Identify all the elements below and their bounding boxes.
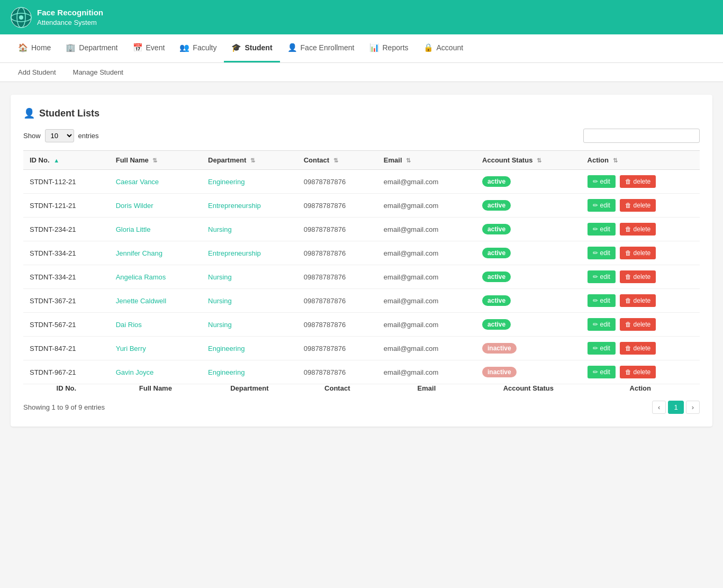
delete-button[interactable]: 🗑 delete — [620, 270, 656, 283]
nav-department[interactable]: 🏢 Department — [58, 34, 125, 62]
status-badge: active — [482, 248, 511, 258]
section-title: 👤 Student Lists — [23, 107, 700, 119]
table-controls: Show 10 25 50 entries — [23, 129, 700, 143]
nav-faculty[interactable]: 👥 Faculty — [172, 34, 224, 62]
edit-button[interactable]: ✏ edit — [588, 247, 616, 259]
student-table: ID No. ▲ Full Name ⇅ Department ⇅ Contac… — [23, 150, 700, 392]
cell-action: ✏ edit 🗑 delete — [581, 337, 700, 360]
table-row: STDNT-847-21 Yuri Berry Engineering 0987… — [23, 337, 700, 360]
col-action[interactable]: Action ⇅ — [581, 151, 700, 170]
edit-icon: ✏ — [593, 225, 598, 233]
status-badge: active — [482, 176, 511, 187]
cell-status: active — [476, 289, 581, 313]
cell-id: STDNT-967-21 — [23, 360, 110, 384]
edit-button[interactable]: ✏ edit — [588, 318, 616, 331]
delete-button[interactable]: 🗑 delete — [620, 175, 656, 188]
cell-action: ✏ edit 🗑 delete — [581, 241, 700, 265]
delete-button[interactable]: 🗑 delete — [620, 247, 656, 259]
status-badge: active — [482, 200, 511, 211]
cell-contact: 09878787876 — [297, 170, 377, 194]
student-icon: 🎓 — [231, 43, 241, 52]
edit-button[interactable]: ✏ edit — [588, 366, 616, 378]
table-row: STDNT-367-21 Jenette Caldwell Nursing 09… — [23, 289, 700, 313]
edit-button[interactable]: ✏ edit — [588, 223, 616, 236]
delete-button[interactable]: 🗑 delete — [620, 294, 656, 307]
edit-button[interactable]: ✏ edit — [588, 342, 616, 355]
cell-dept: Nursing — [202, 289, 297, 313]
page-1-button[interactable]: 1 — [668, 401, 683, 414]
cell-status: inactive — [476, 360, 581, 384]
delete-button[interactable]: 🗑 delete — [620, 199, 656, 212]
delete-button[interactable]: 🗑 delete — [620, 342, 656, 355]
cell-dept: Engineering — [202, 170, 297, 194]
search-input[interactable] — [583, 129, 700, 143]
footer-col-status: Account Status — [476, 384, 581, 393]
col-contact[interactable]: Contact ⇅ — [297, 151, 377, 170]
edit-button[interactable]: ✏ edit — [588, 294, 616, 307]
col-email[interactable]: Email ⇅ — [377, 151, 476, 170]
subnav-manage-student[interactable]: Manage Student — [66, 63, 131, 82]
nav-event[interactable]: 📅 Event — [125, 34, 173, 62]
table-header: ID No. ▲ Full Name ⇅ Department ⇅ Contac… — [23, 151, 700, 170]
col-dept[interactable]: Department ⇅ — [202, 151, 297, 170]
col-id[interactable]: ID No. ▲ — [23, 151, 110, 170]
faculty-icon: 👥 — [179, 43, 189, 52]
nav-account[interactable]: 🔒 Account — [416, 34, 471, 62]
nav-face-enrollment[interactable]: 👤 Face Enrollment — [280, 34, 362, 62]
delete-button[interactable]: 🗑 delete — [620, 318, 656, 331]
table-footer-bar: Showing 1 to 9 of 9 entries ‹ 1 › — [23, 401, 700, 414]
footer-col-name: Full Name — [110, 384, 202, 393]
cell-name: Jennifer Chang — [110, 241, 202, 265]
trash-icon: 🗑 — [625, 202, 631, 209]
edit-button[interactable]: ✏ edit — [588, 270, 616, 283]
cell-action: ✏ edit 🗑 delete — [581, 218, 700, 241]
next-page-button[interactable]: › — [686, 401, 700, 414]
footer-col-dept: Department — [202, 384, 297, 393]
cell-email: email@gmail.com — [377, 241, 476, 265]
table-row: STDNT-112-21 Caesar Vance Engineering 09… — [23, 170, 700, 194]
cell-contact: 09878787876 — [297, 194, 377, 218]
cell-dept: Entrepreneurship — [202, 241, 297, 265]
cell-dept: Entrepreneurship — [202, 194, 297, 218]
table-body: STDNT-112-21 Caesar Vance Engineering 09… — [23, 170, 700, 384]
cell-action: ✏ edit 🗑 delete — [581, 313, 700, 337]
cell-contact: 09878787876 — [297, 313, 377, 337]
pagination: ‹ 1 › — [652, 401, 700, 414]
main-content: 👤 Student Lists Show 10 25 50 entries ID… — [0, 82, 723, 439]
nav-home[interactable]: 🏠 Home — [11, 34, 58, 62]
cell-contact: 09878787876 — [297, 289, 377, 313]
cell-status: active — [476, 265, 581, 289]
nav-student[interactable]: 🎓 Student — [224, 34, 279, 62]
prev-page-button[interactable]: ‹ — [652, 401, 666, 414]
sort-icon-contact: ⇅ — [333, 157, 338, 164]
status-badge: active — [482, 295, 511, 306]
student-list-card: 👤 Student Lists Show 10 25 50 entries ID… — [11, 95, 712, 427]
cell-id: STDNT-334-21 — [23, 241, 110, 265]
trash-icon: 🗑 — [625, 297, 631, 304]
edit-button[interactable]: ✏ edit — [588, 175, 616, 188]
edit-icon: ✏ — [593, 178, 598, 185]
cell-id: STDNT-367-21 — [23, 289, 110, 313]
entries-select[interactable]: 10 25 50 — [45, 129, 74, 142]
cell-email: email@gmail.com — [377, 194, 476, 218]
trash-icon: 🗑 — [625, 273, 631, 281]
delete-button[interactable]: 🗑 delete — [620, 366, 656, 378]
sort-icon-name: ⇅ — [152, 157, 157, 164]
col-status[interactable]: Account Status ⇅ — [476, 151, 581, 170]
subnav-add-student[interactable]: Add Student — [11, 63, 64, 82]
cell-dept: Nursing — [202, 218, 297, 241]
edit-icon: ✏ — [593, 345, 598, 352]
col-name[interactable]: Full Name ⇅ — [110, 151, 202, 170]
cell-action: ✏ edit 🗑 delete — [581, 194, 700, 218]
table-row: STDNT-567-21 Dai Rios Nursing 0987878787… — [23, 313, 700, 337]
footer-col-action: Action — [581, 384, 700, 393]
cell-name: Caesar Vance — [110, 170, 202, 194]
delete-button[interactable]: 🗑 delete — [620, 223, 656, 236]
nav-reports[interactable]: 📊 Reports — [362, 34, 416, 62]
footer-col-email: Email — [377, 384, 476, 393]
cell-id: STDNT-121-21 — [23, 194, 110, 218]
edit-icon: ✏ — [593, 202, 598, 209]
status-badge: active — [482, 272, 511, 282]
edit-button[interactable]: ✏ edit — [588, 199, 616, 212]
status-badge: inactive — [482, 367, 517, 377]
